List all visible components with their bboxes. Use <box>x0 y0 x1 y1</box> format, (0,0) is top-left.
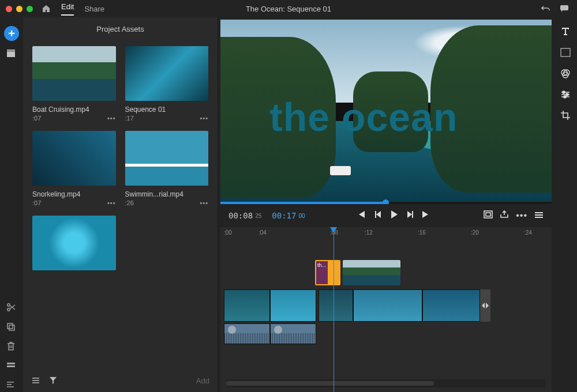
duplicate-icon[interactable] <box>6 322 17 333</box>
audio-clip[interactable] <box>224 323 270 344</box>
svg-rect-8 <box>7 365 15 367</box>
asset-name: Swimmin...rial.mp4 <box>125 190 209 198</box>
menu-icon[interactable] <box>534 210 544 221</box>
time-ruler[interactable]: :00 :04 :08 :12 :16 :20 :24 <box>220 227 552 240</box>
step-back-icon[interactable] <box>374 210 382 221</box>
playhead[interactable] <box>334 227 334 392</box>
svg-rect-7 <box>7 363 15 364</box>
svg-point-3 <box>8 304 10 306</box>
svg-rect-11 <box>561 48 570 56</box>
asset-thumbnail <box>125 46 209 101</box>
asset-more-icon[interactable]: ••• <box>200 199 208 206</box>
asset-item[interactable]: Swimmin...rial.mp4 :26••• <box>125 131 209 206</box>
asset-item[interactable]: Boat Cruising.mp4 :07••• <box>32 46 116 122</box>
asset-duration: :26 <box>125 199 134 206</box>
window-controls <box>6 6 33 12</box>
transitions-icon[interactable] <box>560 48 571 59</box>
goto-start-icon[interactable] <box>357 210 366 221</box>
color-icon[interactable] <box>560 69 571 81</box>
titlebar: Edit Share The Ocean: Sequence 01 <box>0 0 577 17</box>
fullscreen-icon[interactable] <box>484 210 493 221</box>
svg-rect-2 <box>7 50 15 51</box>
filter-icon[interactable] <box>48 376 58 385</box>
video-clip[interactable] <box>422 289 480 322</box>
asset-name: Boat Cruising.mp4 <box>32 105 116 114</box>
alignment-icon[interactable] <box>6 380 17 392</box>
title-clip[interactable]: th... <box>315 260 340 285</box>
comment-icon[interactable] <box>560 4 569 13</box>
list-view-icon[interactable] <box>31 376 40 385</box>
preview-progress[interactable] <box>220 202 552 204</box>
asset-more-icon[interactable]: ••• <box>107 115 116 122</box>
video-clip[interactable] <box>343 260 400 285</box>
svg-point-16 <box>566 93 568 96</box>
undo-icon[interactable] <box>541 4 550 13</box>
play-icon[interactable] <box>390 210 398 221</box>
svg-rect-6 <box>9 325 14 330</box>
asset-more-icon[interactable]: ••• <box>200 115 208 122</box>
svg-rect-1 <box>7 51 15 57</box>
left-toolbar: + <box>0 17 23 392</box>
add-button[interactable]: Add <box>196 376 209 385</box>
timeline[interactable]: :00 :04 :08 :12 :16 :20 :24 th... <box>220 227 552 392</box>
svg-point-17 <box>564 96 566 98</box>
assets-header: Project Assets <box>23 17 218 40</box>
project-assets-icon[interactable] <box>6 49 17 61</box>
asset-item[interactable]: Snorkeling.mp4 :07••• <box>32 131 116 206</box>
asset-thumbnail <box>125 131 209 186</box>
asset-item[interactable]: Sequence 01 :17••• <box>125 46 209 122</box>
document-title: The Ocean: Sequence 01 <box>246 5 331 13</box>
video-clip[interactable] <box>319 289 353 322</box>
asset-duration: :17 <box>125 115 134 122</box>
text-tool-icon[interactable] <box>560 26 571 39</box>
nav-edit[interactable]: Edit <box>61 2 74 16</box>
asset-duration: :07 <box>32 199 41 206</box>
asset-item[interactable] <box>32 216 116 270</box>
center-panel: the ocean 00:0825 00:1700 ••• :00 :04 <box>218 17 554 392</box>
preview-monitor[interactable]: the ocean <box>220 20 552 204</box>
asset-thumbnail <box>32 216 116 270</box>
right-toolbar <box>554 17 577 392</box>
goto-end-icon[interactable] <box>422 210 432 221</box>
asset-more-icon[interactable]: ••• <box>107 199 116 206</box>
close-window[interactable] <box>6 6 12 12</box>
svg-rect-9 <box>484 211 492 218</box>
maximize-window[interactable] <box>27 6 33 12</box>
svg-rect-0 <box>560 5 568 10</box>
more-options-icon[interactable]: ••• <box>516 210 527 221</box>
assets-footer: Add <box>23 369 218 392</box>
top-nav: Edit Share <box>42 2 104 16</box>
asset-thumbnail <box>32 46 116 101</box>
step-forward-icon[interactable] <box>406 210 414 221</box>
minimize-window[interactable] <box>16 6 23 12</box>
home-icon[interactable] <box>42 4 51 13</box>
asset-name: Snorkeling.mp4 <box>32 190 116 198</box>
scissors-icon[interactable] <box>6 302 17 314</box>
crop-icon[interactable] <box>560 110 571 123</box>
nav-share[interactable]: Share <box>84 5 104 13</box>
current-time: 00:08 <box>228 211 253 220</box>
markers-icon[interactable] <box>6 361 17 372</box>
transition-icon[interactable] <box>480 289 490 322</box>
adjust-icon[interactable] <box>560 91 571 101</box>
svg-rect-10 <box>486 213 490 216</box>
audio-clip[interactable] <box>270 323 316 344</box>
svg-point-15 <box>563 91 565 93</box>
add-media-button[interactable]: + <box>4 26 19 41</box>
video-clip[interactable] <box>270 289 316 322</box>
trash-icon[interactable] <box>6 341 17 353</box>
video-clip[interactable] <box>353 289 422 322</box>
video-clip[interactable] <box>224 289 270 322</box>
title-overlay: the ocean <box>269 95 458 140</box>
voice-icon <box>228 326 236 334</box>
timeline-scrollbar[interactable] <box>226 379 546 387</box>
audio-track-1 <box>224 323 316 344</box>
asset-thumbnail <box>32 131 116 186</box>
playback-controls: 00:0825 00:1700 ••• <box>218 204 554 227</box>
svg-rect-5 <box>8 323 13 329</box>
export-icon[interactable] <box>500 210 509 221</box>
svg-point-4 <box>8 308 10 311</box>
video-track-1 <box>224 289 490 322</box>
total-duration: 00:17 <box>272 211 296 220</box>
assets-grid: Boat Cruising.mp4 :07••• Sequence 01 :17… <box>23 40 218 369</box>
